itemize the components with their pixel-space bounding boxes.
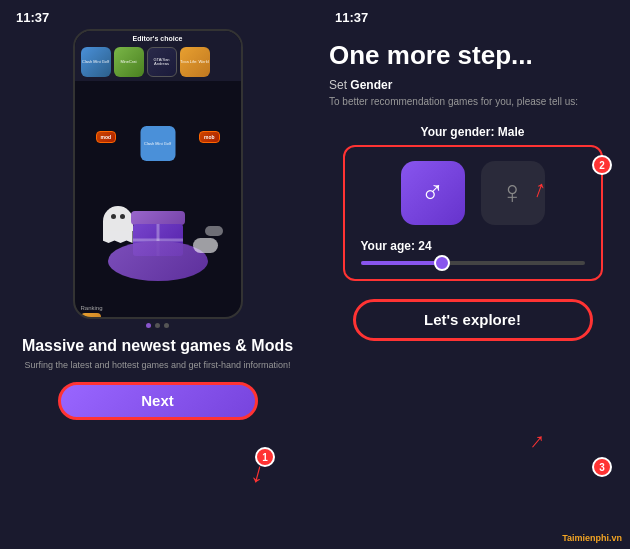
male-symbol: ♂: [421, 174, 445, 211]
watermark: Taimienphi.vn: [562, 533, 622, 543]
editors-choice-bar: Editor's choice Clash Mini Golf MineCrat…: [75, 31, 241, 81]
age-label: Your age:: [361, 239, 415, 253]
gift-lid: [131, 211, 185, 225]
subtitle-text: Surfing the latest and hottest games and…: [22, 359, 293, 372]
main-text-area: Massive and newest games & Mods Surfing …: [12, 336, 303, 372]
slider-thumb[interactable]: [434, 255, 450, 271]
set-gender-bold: Gender: [350, 78, 392, 92]
ranking-label: Ranking: [81, 305, 235, 311]
time-right: 11:37: [329, 8, 616, 27]
watermark-suffix: aimienphi.vn: [567, 533, 622, 543]
ghost-head: [103, 206, 133, 231]
slider-track: [361, 261, 585, 265]
right-panel: 11:37 One more step... Set Gender To bet…: [315, 0, 630, 549]
phone-mockup: Editor's choice Clash Mini Golf MineCrat…: [73, 29, 243, 319]
your-age-text: Your age: 24: [361, 239, 432, 253]
your-gender-text: Your gender: Male: [329, 125, 616, 139]
dot-1: [146, 323, 151, 328]
set-gender-text: Set Gender: [329, 78, 616, 92]
game-icon-gta: GTA/San Andreas: [147, 47, 177, 77]
arrow-3: ↓: [522, 428, 549, 457]
cloud-1: [193, 238, 218, 253]
time-left: 11:37: [10, 8, 305, 27]
male-gender-button[interactable]: ♂: [401, 161, 465, 225]
gender-icons-row: ♂ ♀: [401, 161, 545, 225]
left-panel: 11:37 Editor's choice Clash Mini Golf Mi…: [0, 0, 315, 549]
one-more-title: One more step...: [329, 41, 616, 70]
clash-mini-floating: Clash Mini Golf: [140, 126, 175, 161]
female-symbol: ♀: [501, 174, 525, 211]
ghost-body: [103, 231, 133, 243]
mob-badge-right: mob: [199, 131, 220, 143]
annotation-circle-3: 3: [592, 457, 612, 477]
annotation-circle-2: 2: [592, 155, 612, 175]
dot-3: [164, 323, 169, 328]
phone-inner-scene: mod mob Clash Mini Golf: [75, 81, 241, 301]
gender-box: ♂ ♀ Your age: 24: [343, 145, 603, 281]
your-gender-label: Your gender:: [421, 125, 495, 139]
mob-badge-left: mod: [96, 131, 117, 143]
main-title: Massive and newest games & Mods: [22, 336, 293, 355]
list-item-1: Toca Life World: [81, 313, 235, 319]
game-icon-mine: MineCrat: [114, 47, 144, 77]
cloud-2: [205, 226, 223, 236]
game-icon-toca: Toca Life: World: [180, 47, 210, 77]
your-gender-value: Male: [498, 125, 525, 139]
lets-explore-button[interactable]: Let's explore!: [353, 299, 593, 341]
slider-fill: [361, 261, 439, 265]
editors-choice-title: Editor's choice: [81, 35, 235, 42]
list-items: Ranking Toca Life World Game...: [75, 301, 241, 319]
game-icon-clash: Clash Mini Golf: [81, 47, 111, 77]
next-button[interactable]: Next: [58, 382, 258, 420]
list-icon-toca: [81, 313, 101, 319]
dots-indicator: [146, 323, 169, 328]
3d-scene: mod mob Clash Mini Golf: [88, 91, 228, 291]
age-value: 24: [418, 239, 431, 253]
dot-2: [155, 323, 160, 328]
age-slider-container[interactable]: [361, 261, 585, 265]
ghost-character: [103, 206, 133, 241]
recommend-text: To better recommendation games for you, …: [329, 95, 616, 109]
arrow-1: ↓: [247, 456, 269, 491]
